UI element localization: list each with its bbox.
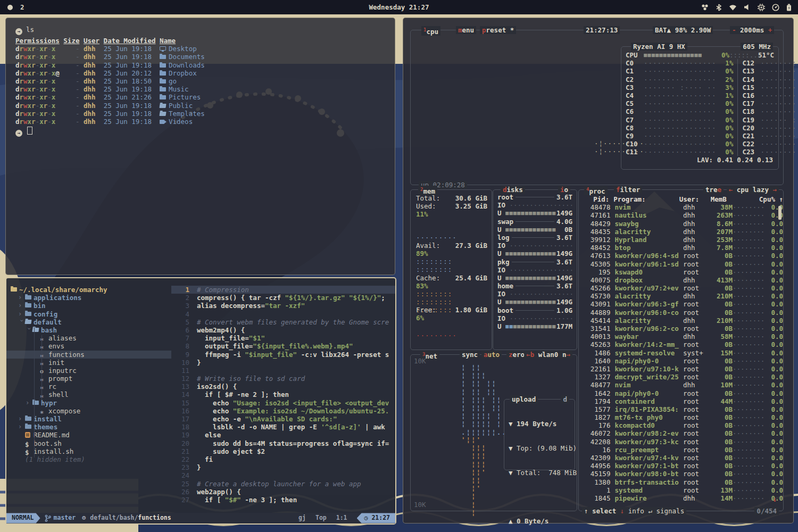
chevron-right-icon[interactable]: › [18, 302, 25, 310]
process-row[interactable]: 22161kworker/u97:10-kroot0B·········0.0 [579, 365, 783, 373]
process-row[interactable]: 45414alacrittydhh210M·········0.0 [579, 317, 783, 325]
process-row[interactable]: 44889kworker/u96:0-coroot0B·········0.0 [579, 309, 783, 317]
process-row[interactable]: 1systemdroot13M·········0.0 [579, 486, 783, 494]
column-header[interactable]: Program: [613, 195, 679, 203]
tree-item-themes[interactable]: ›themes [6, 423, 171, 431]
interval-plus-button[interactable]: + [764, 26, 772, 34]
tree-item-hypr[interactable]: ›hypr [6, 399, 171, 407]
process-row[interactable]: 176kcompactd0root0B·········0.0 [579, 421, 783, 429]
tree-item-readme-md[interactable]: README.md [6, 431, 171, 439]
proc-tree-toggle[interactable]: tree [703, 186, 724, 194]
chevron-right-icon[interactable]: › [26, 399, 32, 407]
tree-item--local-share-omarchy[interactable]: ~/.local/share/omarchy [6, 286, 171, 294]
tree-item-bin[interactable]: ›bin [6, 302, 171, 310]
tree-item-applications[interactable]: ›applications [6, 294, 171, 302]
process-row[interactable]: 45305kworker/u96:1-sdroot0B·········0.0 [579, 260, 783, 268]
process-row[interactable]: 45263kworker/14:2-mm_root0B·········0.0 [579, 340, 783, 348]
tree-item-install-sh[interactable]: $install.sh [6, 447, 171, 455]
process-row[interactable]: 47161nautilusdhh263M·········0.0 [579, 211, 783, 219]
process-row[interactable]: 48435alacrittydhh207M·········0.0 [579, 228, 783, 236]
tree-item-init[interactable]: ∗init [6, 359, 171, 367]
gauge-icon[interactable] [772, 4, 779, 11]
select-hint[interactable]: select [592, 507, 616, 515]
tree-item-inputrc[interactable]: ⚙inputrc [6, 367, 171, 375]
interval-minus-button[interactable]: - [732, 26, 740, 34]
net-sync-toggle[interactable]: sync [460, 351, 480, 359]
net-auto-toggle[interactable]: auto [481, 351, 502, 359]
disks-box-tab[interactable]: disks [501, 186, 525, 194]
tree-item-xcompose[interactable]: ∗xcompose [6, 407, 171, 415]
column-header[interactable]: MemB [704, 195, 727, 203]
tree-item-boot-sh[interactable]: $boot.sh [6, 439, 171, 447]
tree-item-default[interactable]: ›default [6, 318, 171, 326]
tree-item-config[interactable]: ›config [6, 310, 171, 318]
tree-item-envs[interactable]: ∗envs [6, 342, 171, 350]
process-row[interactable]: 1642napi/phy0-0root0B·········0.0 [579, 389, 783, 397]
signals-hint[interactable]: signals [656, 507, 684, 515]
process-row[interactable]: 39912Hyprlanddhh253M·········0.0 [579, 236, 783, 244]
column-header[interactable]: User: [679, 195, 704, 203]
process-row[interactable]: 44956kworker/u97:1-btroot0B·········0.0 [579, 462, 783, 470]
process-row[interactable]: 1827mt76-tx phy0root0B·········0.0 [579, 413, 783, 421]
menu-button[interactable]: menu [456, 26, 476, 34]
process-row[interactable]: 1380btrfs-transactioroot0B·········0.0 [579, 478, 783, 486]
tree-item-install[interactable]: ›install [6, 415, 171, 423]
tree-item-prompt[interactable]: ∗prompt [6, 375, 171, 383]
code-pane[interactable]: 1# Compression2compress() { tar -czf "${… [171, 278, 395, 513]
git-branch[interactable]: master [54, 514, 76, 522]
process-row[interactable]: 43091kworker/u96:3-gfroot0B·········0.0 [579, 300, 783, 308]
process-row[interactable]: 45159kworker/u98:0-btroot0B·········0.0 [579, 470, 783, 478]
process-row[interactable]: 1486systemd-resolvesyst+15M·········0.0 [579, 349, 783, 357]
tree-item-bash[interactable]: ›bash [6, 326, 171, 334]
disks-io-toggle[interactable]: io [558, 186, 570, 194]
tree-item-functions[interactable]: ∗functions [6, 351, 171, 359]
prompt-line-empty[interactable]: → [15, 127, 395, 137]
process-row[interactable]: 1327dmcrypt_write/25root0B·········0.0 [579, 373, 783, 381]
bluetooth-icon[interactable] [716, 4, 722, 11]
process-row[interactable]: 46072kworker/u98:2-evroot0B·········0.0 [579, 429, 783, 437]
tree-item-shell[interactable]: ∗shell [6, 390, 171, 398]
tree-item-rc[interactable]: ∗rc [6, 383, 171, 390]
tree-item-aliases[interactable]: ∗aliases [6, 334, 171, 342]
process-row[interactable]: 48429swaybgdhh8.6M·········0.0 [579, 220, 783, 228]
process-scrollbar[interactable] [778, 206, 782, 220]
chevron-right-icon[interactable]: › [18, 415, 25, 423]
process-row[interactable]: 48478nvimdhh38M·········0.0 [579, 203, 783, 211]
battery-icon[interactable] [786, 4, 792, 11]
wifi-icon[interactable] [729, 4, 737, 11]
process-row[interactable]: 40013waybardhh58M·········0.0 [579, 332, 783, 340]
process-row[interactable]: 31541kworker/u96:2-coroot0B·········0.0 [579, 325, 783, 332]
process-row[interactable]: 195kswapd0root0B·········0.0 [579, 268, 783, 276]
sort-arrow-icon[interactable]: ↑ [775, 195, 783, 203]
process-row[interactable]: 45266kworker/u97:2+evroot0B·········0.0 [579, 284, 783, 292]
net-interface-switcher[interactable]: ←b wlan0 n→ [524, 351, 572, 359]
process-row[interactable]: 48452btopdhh7.8M·········0.0 [579, 244, 783, 252]
info-hint[interactable]: info [628, 507, 644, 515]
process-row[interactable]: 45730alacrittydhh210M·········0.0 [579, 292, 783, 300]
process-row[interactable]: 1640napi/phy0-0root0B·········0.0 [579, 357, 783, 365]
process-row[interactable]: 1794containerdroot44M·········0.0 [579, 397, 783, 405]
process-row[interactable]: 42208kworker/u97:3-kcroot0B·········0.0 [579, 438, 783, 446]
terminal-window[interactable]: →ls Permissions Size User Date Modified … [5, 18, 395, 275]
updates-icon[interactable] [701, 4, 709, 11]
volume-icon[interactable] [744, 4, 751, 11]
proc-filter-button[interactable]: filter [614, 186, 642, 194]
neovim-window[interactable]: ~/.local/share/omarchy›applications›bin›… [5, 277, 396, 525]
process-row[interactable]: 16rcu_preemptroot0B·········0.0 [579, 446, 783, 454]
net-info-title[interactable]: upload [510, 395, 538, 403]
process-row[interactable]: 40075dropboxdhh413M·········0.0 [579, 276, 783, 284]
chevron-right-icon[interactable]: › [18, 310, 25, 318]
tree-item--1-hidden-item-[interactable]: (1 hidden item) [6, 455, 171, 463]
cpu-box-tab[interactable]: 1cpu [421, 26, 440, 36]
process-row[interactable]: 42309kworker/u97:4-kvroot0B·········0.0 [579, 454, 783, 462]
chevron-right-icon[interactable]: › [18, 423, 25, 431]
btop-window[interactable]: 1cpu menu preset * 21:27:13 BAT▲ 98% 2.9… [403, 18, 794, 523]
process-row[interactable]: 48477nvimdhh10M·········0.0 [579, 381, 783, 389]
cpu-icon[interactable] [758, 4, 765, 11]
process-row[interactable]: 1577irq/81-PIXA3854:root0B·········0.0 [579, 405, 783, 413]
proc-box-tab[interactable]: 4proc [584, 186, 608, 195]
preset-button[interactable]: preset * [480, 26, 516, 34]
column-header[interactable]: Cpu% [758, 195, 775, 203]
process-row[interactable]: 47613kworker/u96:4-sdroot0B·········0.0 [579, 252, 783, 260]
column-header[interactable]: Pid: [582, 195, 609, 203]
